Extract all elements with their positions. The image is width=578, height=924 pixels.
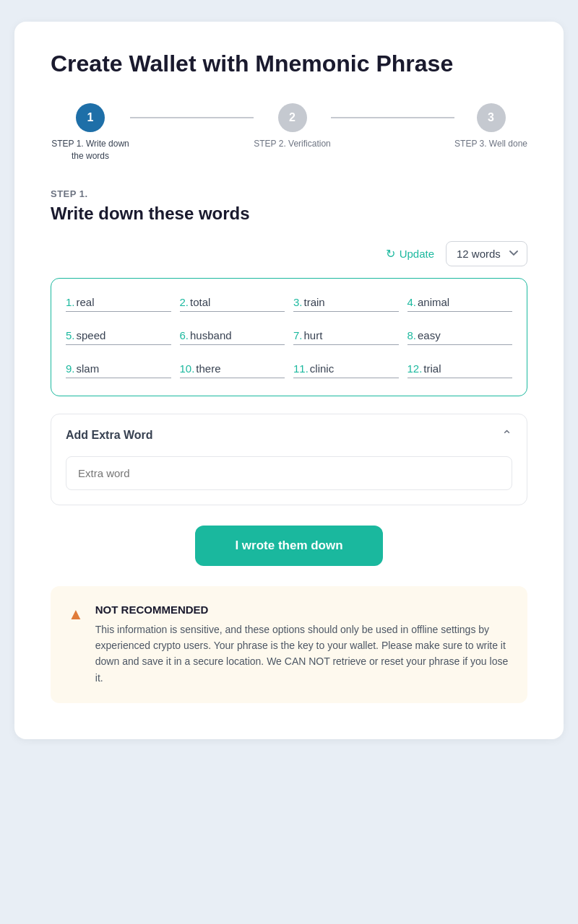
step-3-label: STEP 3. Well done [454,138,527,150]
word-text: 8.easy [407,329,513,345]
word-number: 12. [407,362,423,375]
warning-box: ▲ NOT RECOMMENDED This information is se… [51,586,527,704]
word-number: 1. [66,296,75,308]
step-2: 2 STEP 2. Verification [254,103,331,150]
step-line-1 [130,117,254,118]
word-item: 4.animal [407,296,513,312]
warning-title: NOT RECOMMENDED [95,603,510,616]
word-number: 11. [293,362,309,375]
word-text: 5.speed [66,329,171,345]
step-2-label: STEP 2. Verification [254,138,331,150]
step-1-circle: 1 [76,103,105,132]
word-item: 8.easy [407,329,513,345]
extra-word-title: Add Extra Word [66,429,153,442]
word-toolbar: ↻ Update 12 words 24 words [51,241,527,266]
word-item: 11.clinic [293,362,399,378]
word-number: 7. [293,329,303,341]
word-text: 10.there [180,362,285,378]
word-number: 2. [180,296,189,308]
extra-word-body [51,456,527,505]
step-3: 3 STEP 3. Well done [454,103,527,150]
extra-word-box: Add Extra Word ⌃ [51,414,527,505]
words-grid: 1.real2.total3.train4.animal5.speed6.hus… [66,296,512,378]
word-text: 7.hurt [293,329,399,345]
chevron-up-icon: ⌃ [501,427,512,443]
word-number: 10. [180,362,195,375]
word-text: 2.total [180,296,285,312]
section-title: Write down these words [51,204,527,224]
extra-word-header[interactable]: Add Extra Word ⌃ [51,414,527,456]
word-item: 7.hurt [293,329,399,345]
word-text: 9.slam [66,362,171,378]
word-number: 6. [180,329,189,341]
word-item: 1.real [66,296,171,312]
step-3-circle: 3 [477,103,506,132]
word-item: 6.husband [180,329,285,345]
update-button[interactable]: ↻ Update [386,247,434,261]
word-text: 12.trial [407,362,513,378]
word-text: 3.train [293,296,399,312]
extra-word-input[interactable] [66,456,512,490]
warning-icon: ▲ [68,605,84,687]
word-text: 11.clinic [293,362,399,378]
stepper: 1 STEP 1. Write down the words 2 STEP 2.… [51,103,527,162]
word-item: 9.slam [66,362,171,378]
word-item: 5.speed [66,329,171,345]
step-1-label: STEP 1. Write down the words [51,138,130,162]
word-text: 4.animal [407,296,513,312]
submit-button[interactable]: I wrote them down [195,526,383,566]
step-line-2 [331,117,454,118]
section-tag: STEP 1. [51,188,527,199]
word-item: 2.total [180,296,285,312]
word-text: 6.husband [180,329,285,345]
warning-text: This information is sensitive, and these… [95,622,510,687]
word-item: 10.there [180,362,285,378]
main-card: Create Wallet with Mnemonic Phrase 1 STE… [14,22,564,739]
page-title: Create Wallet with Mnemonic Phrase [51,51,527,77]
word-number: 8. [407,329,417,341]
word-number: 4. [407,296,417,308]
warning-content: NOT RECOMMENDED This information is sens… [95,603,510,687]
word-number: 5. [66,329,75,341]
step-1: 1 STEP 1. Write down the words [51,103,130,162]
refresh-icon: ↻ [386,247,395,261]
word-number: 3. [293,296,303,308]
word-count-select[interactable]: 12 words 24 words [446,241,527,266]
word-number: 9. [66,362,75,375]
word-item: 12.trial [407,362,513,378]
words-box: 1.real2.total3.train4.animal5.speed6.hus… [51,278,527,396]
word-text: 1.real [66,296,171,312]
word-item: 3.train [293,296,399,312]
step-2-circle: 2 [278,103,307,132]
